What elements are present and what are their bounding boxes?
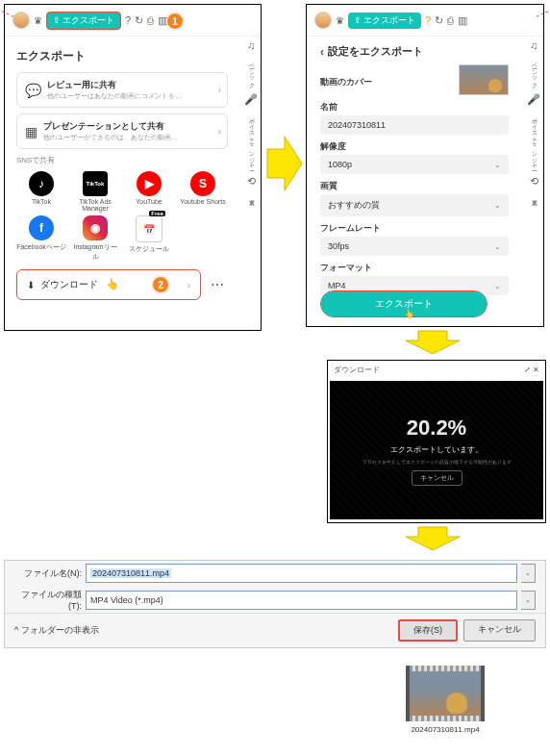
presentation-icon: ▦ (25, 124, 38, 139)
help-icon[interactable]: ? (125, 14, 131, 26)
chevron-down-icon: ⌄ (494, 242, 501, 251)
side-toolbar: ♫ ベーシック 🎤 ボイスチェンジャー ⟲ 返来 (240, 36, 262, 199)
cancel-button[interactable]: キャンセル (463, 619, 536, 642)
export-panel: ♛ ⇧ エクスポート ? ↻ ⎙ ▥ 1 ♫ ベーシック 🎤 ボイスチェンジャー… (4, 4, 262, 331)
framerate-select[interactable]: 30fps⌄ (320, 237, 509, 256)
save-button[interactable]: 保存(S) (398, 619, 458, 642)
tiktok-ads-icon: TikTok (83, 171, 108, 196)
panel-title: エクスポート (16, 48, 228, 64)
step-badge-1: 1 (166, 13, 184, 30)
framerate-label: フレームレート (320, 222, 509, 235)
save-dialog: ファイル名(N): 202407310811.mp4 ⌄ ファイルの種類(T):… (4, 560, 546, 648)
output-filename: 202407310811.mp4 (404, 725, 487, 735)
return-icon[interactable]: ⟲ (247, 175, 256, 188)
card-subtitle: 他のユーザーができるのは、あなたの動画… (43, 133, 178, 142)
export-button[interactable]: ⇧ エクスポート (348, 13, 421, 29)
sns-instagram[interactable]: ◉Instagramリール (70, 215, 120, 262)
youtube-icon: ▶ (137, 171, 162, 196)
resolution-select[interactable]: 1080p⌄ (320, 155, 509, 174)
sns-tiktok-ads[interactable]: TikTokTikTok Ads Manager (70, 171, 120, 212)
share-review-card[interactable]: 💬 レビュー用に共有 他のユーザーはあなたの動画にコメントを… › (16, 72, 228, 108)
side-basic[interactable]: ベーシック (530, 59, 538, 86)
top-toolbar: ♛ ⇧ エクスポート ? ↻ ⎙ ▥ (5, 5, 261, 37)
download-icon: ⬇ (27, 280, 35, 290)
side-voice[interactable]: ボイスチェンジャー (530, 113, 538, 167)
flow-arrow-down (404, 329, 462, 356)
back-arrow-icon: ‹ (320, 45, 324, 59)
filetype-select[interactable]: MP4 Video (*.mp4) (86, 591, 517, 610)
export-button-label: エクスポート (62, 14, 114, 27)
progress-body: 20.2% エクスポートしています。 プロセスを中止してエクスポートの品質が低下… (330, 381, 543, 519)
export-button-label: エクスポート (363, 14, 415, 27)
mic-icon[interactable]: 🎤 (244, 93, 258, 106)
card-title: レビュー用に共有 (47, 79, 182, 91)
sns-facebook[interactable]: fFacebookページ (16, 215, 66, 262)
sns-section-label: SNSで共有 (16, 155, 228, 165)
sns-schedule[interactable]: 📅Freeスケジュール (124, 215, 174, 262)
filename-label: ファイル名(N): (14, 567, 82, 580)
music-icon[interactable]: ♫ (247, 39, 255, 51)
sns-tiktok[interactable]: ♪TikTok (16, 171, 66, 212)
more-icon[interactable]: ⋯ (207, 277, 228, 292)
side-voice[interactable]: ボイスチェンジャー (247, 113, 256, 167)
crown-icon: ♛ (336, 15, 344, 26)
history-icon[interactable]: ↻ (435, 14, 443, 27)
cover-thumbnail[interactable] (459, 64, 509, 95)
chevron-right-icon: › (218, 126, 221, 137)
tiktok-icon: ♪ (29, 171, 54, 196)
cover-label: 動画のカバー (320, 76, 372, 88)
card-title: プレゼンテーションとして共有 (43, 120, 178, 133)
download-title: ダウンロード (334, 365, 380, 375)
filename-dropdown[interactable]: ⌄ (521, 564, 536, 583)
comment-icon: 💬 (25, 83, 41, 98)
music-icon[interactable]: ♫ (530, 39, 538, 51)
step-badge-2: 2 (152, 276, 169, 293)
download-progress-panel: ダウンロード ⤢ ✕ 20.2% エクスポートしています。 プロセスを中止してエ… (327, 360, 546, 523)
export-action-label: エクスポート (375, 298, 433, 309)
format-label: フォーマット (320, 262, 509, 274)
download-button[interactable]: ⬇ ダウンロード 👆 2 › (16, 269, 201, 300)
sns-shorts[interactable]: SYoutube Shorts (178, 171, 228, 212)
export-button[interactable]: ⇧ エクスポート (46, 12, 121, 30)
side-basic[interactable]: ベーシック (247, 59, 256, 86)
columns-icon[interactable]: ▥ (458, 14, 467, 27)
calendar-icon: 📅Free (136, 215, 162, 242)
settings-title: 設定をエクスポート (328, 44, 423, 59)
filetype-dropdown[interactable]: ⌄ (521, 591, 536, 610)
help-icon[interactable]: ? (425, 14, 431, 26)
resolution-label: 解像度 (320, 140, 509, 153)
avatar[interactable] (12, 12, 30, 29)
print-icon[interactable]: ⎙ (447, 14, 454, 26)
flow-arrow-right (265, 135, 304, 192)
output-file[interactable]: 202407310811.mp4 (404, 666, 487, 748)
crown-icon: ♛ (34, 15, 42, 26)
chevron-down-icon: ⌄ (494, 161, 501, 169)
card-subtitle: 他のユーザーはあなたの動画にコメントを… (47, 91, 182, 101)
back-header[interactable]: ‹ 設定をエクスポート (320, 44, 509, 59)
export-action-button[interactable]: 3 エクスポート 👆 (320, 290, 488, 317)
video-thumbnail (406, 666, 485, 721)
download-label: ダウンロード (40, 278, 98, 291)
quality-select[interactable]: おすすめの質⌄ (320, 194, 509, 216)
upload-icon: ⇧ (53, 15, 61, 25)
return-icon[interactable]: ⟲ (530, 175, 538, 188)
filename-input[interactable]: 202407310811.mp4 (86, 564, 517, 583)
top-toolbar: ♛ ⇧ エクスポート ? ↻ ⎙ ▥ (307, 5, 543, 37)
share-presentation-card[interactable]: ▦ プレゼンテーションとして共有 他のユーザーができるのは、あなたの動画… › (16, 113, 228, 149)
history-icon[interactable]: ↻ (135, 14, 143, 27)
mic-icon[interactable]: 🎤 (527, 93, 540, 106)
name-input[interactable]: 202407310811 (320, 115, 509, 135)
print-icon[interactable]: ⎙ (147, 14, 154, 26)
shorts-icon: S (190, 171, 215, 196)
cursor-icon: 👆 (106, 278, 119, 290)
chevron-down-icon: ⌄ (494, 282, 501, 290)
window-controls[interactable]: ⤢ ✕ (524, 365, 539, 374)
avatar[interactable] (314, 12, 332, 29)
sns-grid: ♪TikTok TikTokTikTok Ads Manager ▶YouTub… (16, 171, 228, 262)
instagram-icon: ◉ (83, 215, 108, 240)
upload-icon: ⇧ (354, 15, 362, 25)
folder-toggle[interactable]: ^ フォルダーの非表示 (14, 624, 99, 637)
sns-youtube[interactable]: ▶YouTube (124, 171, 174, 212)
chevron-down-icon: ⌄ (494, 201, 501, 210)
side-toolbar: ♫ ベーシック 🎤 ボイスチェンジャー ⟲ 返来 (523, 36, 544, 199)
